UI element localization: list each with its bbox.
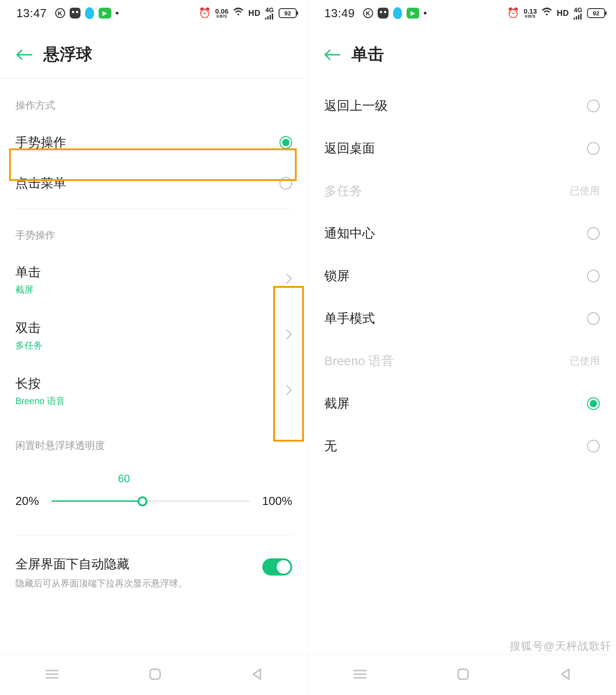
battery-icon: 92 xyxy=(279,8,297,18)
alarm-icon: ⏰ xyxy=(199,7,211,19)
battery-icon: 92 xyxy=(587,8,605,18)
svg-rect-0 xyxy=(265,18,266,19)
row-double-tap-title: 双击 xyxy=(15,319,43,337)
option-back-level[interactable]: 返回上一级 xyxy=(308,85,616,127)
network-4g: 4G xyxy=(265,7,274,19)
dot-icon xyxy=(424,12,426,14)
chevron-right-icon xyxy=(286,329,292,343)
option-none[interactable]: 无 xyxy=(308,425,616,467)
row-double-tap[interactable]: 双击 多任务 xyxy=(0,308,308,363)
section-gesture: 手势操作 xyxy=(0,209,308,252)
svg-rect-2 xyxy=(270,15,271,19)
radio-unchecked-icon xyxy=(587,440,600,452)
status-k-icon: K xyxy=(363,8,373,18)
wechat-icon xyxy=(378,8,389,19)
page-title: 悬浮球 xyxy=(43,43,92,66)
net-speed: 0.13 KB/S xyxy=(524,8,537,19)
status-time: 13:47 xyxy=(16,6,47,20)
chevron-right-icon xyxy=(286,385,292,398)
option-gesture[interactable]: 手势操作 xyxy=(0,122,308,163)
option-screenshot[interactable]: 截屏 xyxy=(308,382,616,425)
iqiyi-icon: ▶ xyxy=(99,8,111,19)
row-double-tap-sub: 多任务 xyxy=(15,339,43,352)
svg-rect-3 xyxy=(272,14,273,19)
slider-thumb[interactable] xyxy=(137,496,147,506)
row-single-tap-sub: 截屏 xyxy=(15,284,41,296)
svg-rect-11 xyxy=(580,14,582,19)
svg-rect-7 xyxy=(150,669,160,679)
nav-bar xyxy=(0,654,308,695)
auto-hide-title: 全屏界面下自动隐藏 xyxy=(15,556,187,573)
page-header: 单击 xyxy=(308,25,616,78)
radio-checked-icon xyxy=(587,397,600,410)
section-operation-mode: 操作方式 xyxy=(0,79,308,122)
page-title: 单击 xyxy=(351,43,384,66)
row-single-tap-title: 单击 xyxy=(15,264,41,281)
auto-hide-desc: 隐藏后可从界面顶端下拉再次显示悬浮球。 xyxy=(15,577,187,590)
dot-icon xyxy=(116,12,118,14)
row-long-press-title: 长按 xyxy=(15,375,65,392)
section-opacity: 闲置时悬浮球透明度 xyxy=(0,419,308,462)
status-time: 13:49 xyxy=(324,6,355,20)
row-long-press[interactable]: 长按 Breeno 语音 xyxy=(0,363,308,419)
status-k-icon: K xyxy=(55,8,65,18)
svg-rect-1 xyxy=(267,16,269,19)
network-4g: 4G xyxy=(573,7,583,19)
qq-icon xyxy=(85,7,94,19)
option-gesture-label: 手势操作 xyxy=(15,134,66,151)
status-used: 已使用 xyxy=(570,184,600,198)
svg-rect-10 xyxy=(578,15,579,19)
option-notification-center[interactable]: 通知中心 xyxy=(308,212,616,255)
row-long-press-sub: Breeno 语音 xyxy=(15,395,65,407)
status-bar: 13:47 K ▶ ⏰ 0.06 KB/S HD 4G 92 xyxy=(0,0,308,25)
option-lock-screen[interactable]: 锁屏 xyxy=(308,255,616,297)
nav-home-icon[interactable] xyxy=(457,668,469,682)
option-breeno: Breeno 语音 已使用 xyxy=(308,340,616,382)
qq-icon xyxy=(393,7,402,19)
radio-unchecked-icon xyxy=(587,100,600,112)
option-click-menu-label: 点击菜单 xyxy=(15,175,66,192)
hd-icon: HD xyxy=(557,9,569,18)
wifi-icon xyxy=(233,7,244,19)
opacity-slider[interactable] xyxy=(52,500,249,502)
chevron-right-icon xyxy=(286,273,292,287)
watermark: 搜狐号@天枰战歌轩 xyxy=(510,639,611,653)
option-home[interactable]: 返回桌面 xyxy=(308,127,616,170)
svg-rect-9 xyxy=(576,16,577,19)
nav-back-icon[interactable] xyxy=(560,668,571,682)
radio-unchecked-icon xyxy=(587,270,600,282)
slider-min: 20% xyxy=(15,494,39,508)
radio-unchecked-icon xyxy=(587,312,600,325)
page-header: 悬浮球 xyxy=(0,25,308,78)
iqiyi-icon: ▶ xyxy=(407,8,419,19)
radio-unchecked-icon xyxy=(587,142,600,155)
row-auto-hide[interactable]: 全屏界面下自动隐藏 隐藏后可从界面顶端下拉再次显示悬浮球。 xyxy=(0,536,308,599)
back-button[interactable] xyxy=(15,48,33,62)
wechat-icon xyxy=(70,8,81,19)
svg-rect-15 xyxy=(458,669,468,679)
alarm-icon: ⏰ xyxy=(507,7,519,19)
hd-icon: HD xyxy=(248,9,261,18)
row-single-tap[interactable]: 单击 截屏 xyxy=(0,252,308,308)
svg-rect-8 xyxy=(573,18,575,19)
nav-recents-icon[interactable] xyxy=(45,669,59,681)
option-multitask: 多任务 已使用 xyxy=(308,170,616,212)
radio-checked-icon xyxy=(280,136,292,149)
net-speed: 0.06 KB/S xyxy=(215,8,228,19)
nav-bar xyxy=(308,654,616,695)
wifi-icon xyxy=(541,7,552,19)
nav-recents-icon[interactable] xyxy=(353,669,367,681)
radio-unchecked-icon xyxy=(587,227,600,240)
status-bar: 13:49 K ▶ ⏰ 0.13 KB/S HD 4G 92 xyxy=(308,0,616,25)
nav-home-icon[interactable] xyxy=(149,668,161,682)
option-click-menu[interactable]: 点击菜单 xyxy=(0,163,308,204)
slider-max: 100% xyxy=(262,494,293,508)
option-one-hand[interactable]: 单手模式 xyxy=(308,297,616,340)
nav-back-icon[interactable] xyxy=(251,668,262,682)
status-used: 已使用 xyxy=(570,354,600,368)
back-button[interactable] xyxy=(323,48,341,62)
radio-unchecked-icon xyxy=(280,177,292,190)
slider-value: 60 xyxy=(110,472,137,485)
toggle-switch-on[interactable] xyxy=(262,558,292,576)
